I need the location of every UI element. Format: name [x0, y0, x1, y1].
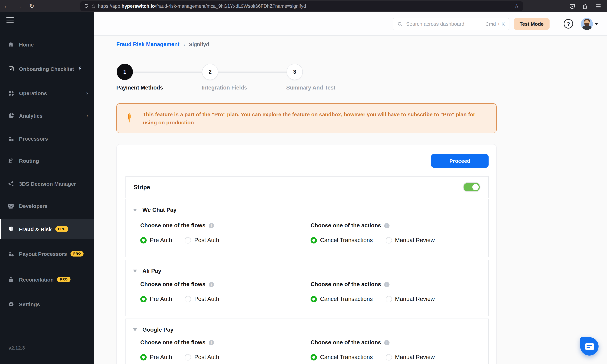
collapse-triangle-icon[interactable]: [133, 328, 137, 331]
stepper-connector: [218, 71, 287, 72]
choose-actions-heading: Choose one of the actionsi: [311, 339, 448, 346]
search-shortcut: Cmd + K: [485, 21, 505, 27]
routing-icon: [8, 157, 14, 164]
sidebar-item-routing[interactable]: Routing: [0, 153, 94, 169]
radio-label: Cancel Transactions: [320, 354, 373, 361]
sidebar-item-3ds-decision-manager[interactable]: 3DS Decision Manager: [0, 175, 94, 192]
sidebar-item-analytics[interactable]: Analytics ›: [0, 107, 94, 124]
extensions-puzzle-icon[interactable]: [581, 2, 589, 10]
choose-actions-heading: Choose one of the actionsi: [311, 222, 448, 229]
lightning-icon: [78, 65, 83, 72]
sidebar-item-settings[interactable]: Settings: [0, 296, 94, 312]
connector-row-stripe: Stripe: [125, 176, 488, 198]
chevron-down-icon: [595, 23, 598, 25]
sidebar-item-home[interactable]: Home: [0, 36, 94, 52]
breadcrumb-separator: ›: [183, 41, 185, 47]
radio-manual-review[interactable]: [385, 296, 392, 302]
radio-post-auth[interactable]: [185, 237, 191, 243]
radio-post-auth[interactable]: [185, 296, 191, 302]
radio-label: Cancel Transactions: [320, 296, 373, 302]
sidebar-item-label: Operations: [19, 90, 47, 96]
collapse-triangle-icon[interactable]: [133, 208, 137, 211]
payment-method-section-google-pay: Google Pay Choose one of the flowsi Pre …: [125, 319, 488, 364]
payment-method-name: Google Pay: [142, 327, 173, 333]
code-icon: [8, 203, 14, 209]
toggle-knob: [472, 184, 479, 190]
sidebar-item-label: 3DS Decision Manager: [19, 181, 76, 187]
sidebar-item-label: Processors: [19, 135, 48, 142]
url-bar[interactable]: https://app.hyperswitch.io/fraud-risk-ma…: [80, 1, 523, 11]
gem-icon: [125, 112, 134, 124]
radio-pre-auth[interactable]: [140, 354, 147, 360]
step-2-label: Integration Fields: [202, 85, 247, 91]
sidebar-item-payout-processors[interactable]: Payout Processors PRO: [0, 246, 94, 262]
choose-actions-heading: Choose one of the actionsi: [311, 281, 448, 287]
radio-cancel-transactions[interactable]: [311, 354, 317, 360]
sidebar-item-processors[interactable]: Processors: [0, 130, 94, 147]
step-2-circle[interactable]: 2: [202, 64, 218, 80]
configuration-card: Proceed Stripe We Chat Pay Choose one of…: [116, 144, 497, 364]
checklist-icon: [8, 65, 14, 72]
browser-menu-icon[interactable]: [594, 2, 602, 10]
sidebar-item-reconcilation[interactable]: Reconcilation PRO: [0, 271, 94, 287]
sidebar-collapse-icon[interactable]: [6, 17, 14, 23]
info-icon[interactable]: i: [209, 340, 214, 345]
sidebar-item-developers[interactable]: Developers: [0, 198, 94, 214]
lock-icon: [8, 276, 14, 283]
sidebar-item-label: Developers: [19, 203, 48, 209]
sidebar-item-label: Reconcilation: [19, 276, 54, 282]
stripe-toggle[interactable]: [463, 182, 480, 192]
info-icon[interactable]: i: [209, 223, 214, 228]
radio-cancel-transactions[interactable]: [311, 237, 317, 243]
radio-post-auth[interactable]: [185, 354, 191, 360]
back-icon[interactable]: ←: [2, 2, 10, 10]
forward-icon[interactable]: →: [15, 2, 23, 10]
breadcrumb: Fraud Risk Management › Signifyd: [116, 41, 209, 48]
info-icon[interactable]: i: [209, 282, 214, 287]
sidebar-item-fraud-risk[interactable]: Fraud & Risk PRO: [0, 219, 94, 239]
search-icon: [397, 21, 403, 26]
radio-pre-auth[interactable]: [140, 237, 147, 243]
global-search[interactable]: Cmd + K: [393, 18, 509, 30]
sidebar-item-operations[interactable]: Operations ›: [0, 85, 94, 101]
step-3-circle[interactable]: 3: [287, 64, 303, 80]
radio-pre-auth[interactable]: [140, 296, 147, 302]
refresh-icon[interactable]: ↻: [28, 2, 36, 10]
radio-label: Manual Review: [395, 354, 435, 361]
chat-widget-button[interactable]: [580, 337, 599, 356]
proceed-button[interactable]: Proceed: [431, 154, 488, 168]
pro-plan-banner: This feature is a part of the "Pro" plan…: [116, 103, 497, 133]
test-mode-button[interactable]: Test Mode: [514, 18, 550, 30]
analytics-pie-icon: [8, 112, 14, 119]
bookmark-star-icon[interactable]: ☆: [514, 3, 519, 10]
radio-manual-review[interactable]: [385, 237, 392, 243]
radio-label: Post Auth: [194, 354, 219, 361]
info-icon[interactable]: i: [384, 340, 390, 345]
chat-bubble-icon: [585, 343, 594, 350]
info-icon[interactable]: i: [384, 223, 390, 228]
breadcrumb-link-fraud-risk-management[interactable]: Fraud Risk Management: [116, 41, 179, 48]
info-icon[interactable]: i: [384, 282, 390, 287]
processors-icon: [8, 135, 14, 142]
gear-icon: [8, 301, 14, 307]
collapse-triangle-icon[interactable]: [133, 270, 137, 272]
topbar: Cmd + K Test Mode ?: [94, 12, 607, 36]
radio-manual-review[interactable]: [385, 354, 392, 360]
sidebar-item-label: Payout Processors: [19, 251, 67, 257]
sidebar-item-onboarding-checklist[interactable]: Onboarding Checklist: [0, 61, 94, 77]
avatar: [581, 18, 593, 30]
search-input[interactable]: [405, 21, 485, 27]
step-1-circle[interactable]: 1: [117, 64, 133, 80]
profile-menu[interactable]: [581, 18, 598, 30]
pocket-icon[interactable]: [568, 2, 576, 10]
radio-label: Post Auth: [194, 296, 219, 302]
url-text: https://app.hyperswitch.io/fraud-risk-ma…: [98, 3, 306, 9]
step-3-label: Summary And Test: [286, 85, 335, 91]
radio-cancel-transactions[interactable]: [311, 296, 317, 302]
operations-icon: [8, 90, 14, 96]
radio-label: Post Auth: [194, 237, 219, 244]
help-icon[interactable]: ?: [564, 19, 573, 28]
radio-label: Pre Auth: [150, 296, 172, 302]
chevron-right-icon: ›: [86, 112, 88, 119]
radio-label: Cancel Transactions: [320, 237, 373, 244]
